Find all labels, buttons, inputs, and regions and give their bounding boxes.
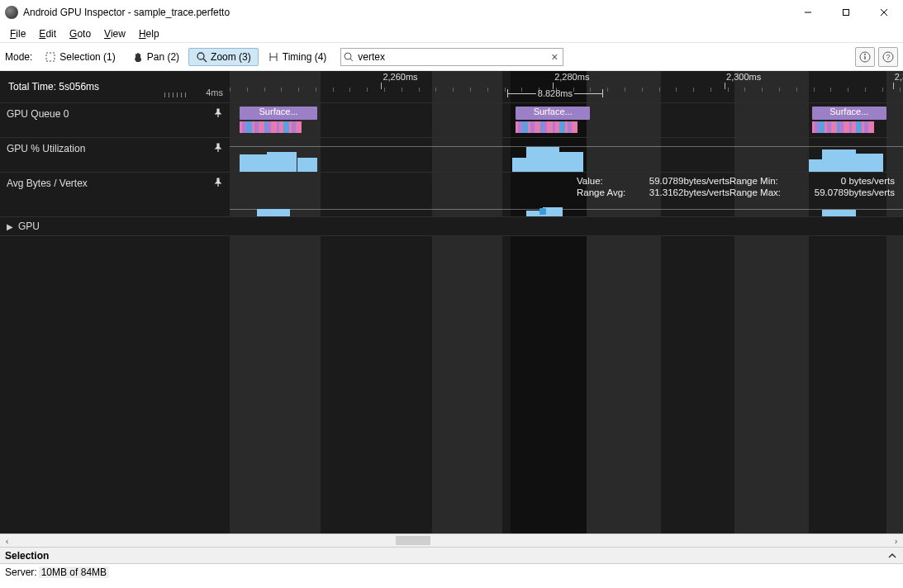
timeline-header: Total Time: 5s056ms 4ms 2,260ms2,280ms2,… bbox=[0, 71, 903, 102]
selection-panel-header[interactable]: Selection bbox=[0, 548, 903, 564]
status-bar: Server: 10MB of 84MB bbox=[0, 564, 903, 581]
mini-ruler: 4ms bbox=[164, 88, 223, 97]
selection-panel-title: Selection bbox=[5, 550, 49, 562]
svg-point-10 bbox=[345, 53, 351, 59]
svg-point-13 bbox=[864, 54, 866, 55]
avg-bytes-bar[interactable] bbox=[822, 210, 856, 216]
menu-edit[interactable]: Edit bbox=[32, 26, 63, 41]
util-bar[interactable] bbox=[267, 152, 297, 172]
menu-help[interactable]: Help bbox=[132, 26, 166, 41]
chevron-up-icon[interactable] bbox=[886, 550, 898, 562]
tooltip-value-label: Value: bbox=[577, 176, 634, 186]
caret-right-icon: ▶ bbox=[7, 222, 13, 231]
mode-zoom-label: Zoom (3) bbox=[211, 51, 251, 63]
surface-barcode[interactable] bbox=[812, 121, 886, 133]
svg-rect-4 bbox=[46, 53, 55, 61]
track-gpu-queue-lane[interactable]: Surface...Surface...Surface... bbox=[230, 103, 903, 137]
svg-rect-1 bbox=[844, 10, 849, 16]
util-bar[interactable] bbox=[559, 152, 583, 172]
menu-goto[interactable]: Goto bbox=[63, 26, 97, 41]
timeline-view[interactable]: Total Time: 5s056ms 4ms 2,260ms2,280ms2,… bbox=[0, 71, 903, 533]
tooltip-rangemax-label: Range Max: bbox=[730, 187, 796, 197]
mode-selection-label: Selection (1) bbox=[59, 51, 115, 63]
svg-rect-14 bbox=[864, 56, 865, 59]
surface-block[interactable]: Surface... bbox=[516, 107, 590, 120]
tooltip-value: 59.0789bytes/verts bbox=[634, 176, 730, 186]
svg-point-5 bbox=[197, 53, 204, 59]
menu-file[interactable]: File bbox=[3, 26, 32, 41]
toolbar: Mode: Selection (1) Pan (2) Zoom (3) Tim… bbox=[0, 43, 903, 71]
scroll-track[interactable] bbox=[14, 534, 889, 547]
mode-selection-button[interactable]: Selection (1) bbox=[37, 48, 122, 66]
minimize-button[interactable] bbox=[789, 0, 827, 25]
scroll-thumb[interactable] bbox=[396, 536, 430, 545]
hover-tooltip: Value: 59.0789bytes/verts Range Min: 0 b… bbox=[577, 176, 895, 197]
track-avg-bytes-label: Avg Bytes / Vertex bbox=[7, 178, 88, 189]
timing-icon bbox=[268, 51, 279, 63]
horizontal-scrollbar[interactable]: ‹ › bbox=[0, 533, 903, 548]
track-gpu-util-lane[interactable] bbox=[230, 138, 903, 172]
search-input[interactable] bbox=[354, 51, 548, 63]
util-bar[interactable] bbox=[809, 159, 822, 172]
mode-timing-label: Timing (4) bbox=[283, 51, 327, 63]
util-bar[interactable] bbox=[526, 147, 560, 172]
timescale[interactable]: 2,260ms2,280ms2,300ms2,328.828ms bbox=[230, 71, 903, 102]
window-controls bbox=[789, 0, 903, 25]
window-title: Android GPU Inspector - sample_trace.per… bbox=[23, 7, 230, 18]
track-group-gpu[interactable]: ▶ GPU bbox=[0, 216, 903, 236]
selection-icon bbox=[45, 51, 56, 63]
mode-pan-label: Pan (2) bbox=[147, 51, 179, 63]
mode-label: Mode: bbox=[5, 51, 32, 63]
surface-barcode[interactable] bbox=[240, 121, 317, 133]
total-time-label: Total Time: 5s056ms bbox=[8, 81, 99, 92]
scroll-left-button[interactable]: ‹ bbox=[0, 536, 14, 546]
track-group-gpu-label: GPU bbox=[18, 220, 40, 232]
util-bar[interactable] bbox=[856, 154, 883, 172]
scroll-right-button[interactable]: › bbox=[889, 536, 903, 546]
util-bar[interactable] bbox=[297, 158, 317, 172]
surface-block[interactable]: Surface... bbox=[812, 107, 886, 120]
util-bar[interactable] bbox=[512, 158, 525, 172]
track-gpu-queue: GPU Queue 0 Surface...Surface...Surface.… bbox=[0, 102, 903, 137]
help-button[interactable]: ? bbox=[878, 47, 898, 67]
range-indicator: 8.828ms bbox=[507, 88, 603, 98]
timeline-empty-area[interactable] bbox=[0, 236, 903, 533]
mode-pan-button[interactable]: Pan (2) bbox=[125, 48, 187, 66]
status-server-label: Server: bbox=[5, 567, 37, 578]
tooltip-rangemin: 0 bytes/verts bbox=[796, 176, 895, 186]
mode-zoom-button[interactable]: Zoom (3) bbox=[188, 48, 259, 66]
tooltip-rangemax: 59.0789bytes/verts bbox=[796, 187, 895, 197]
zoom-icon bbox=[196, 51, 207, 63]
hover-marker bbox=[539, 208, 546, 215]
clear-search-button[interactable]: × bbox=[548, 50, 561, 64]
svg-text:?: ? bbox=[886, 53, 890, 61]
tooltip-rangemin-label: Range Min: bbox=[730, 176, 796, 186]
pin-icon[interactable] bbox=[213, 143, 223, 153]
close-button[interactable] bbox=[865, 0, 903, 25]
track-gpu-queue-label: GPU Queue 0 bbox=[7, 108, 69, 120]
menubar: File Edit Goto View Help bbox=[0, 25, 903, 43]
maximize-button[interactable] bbox=[827, 0, 865, 25]
svg-line-11 bbox=[350, 59, 353, 61]
menu-view[interactable]: View bbox=[97, 26, 132, 41]
track-gpu-util-label: GPU % Utilization bbox=[7, 143, 85, 154]
util-bar[interactable] bbox=[822, 149, 856, 172]
mode-timing-button[interactable]: Timing (4) bbox=[260, 48, 335, 66]
avg-bytes-bar[interactable] bbox=[257, 209, 291, 217]
app-icon bbox=[5, 6, 18, 19]
pin-icon[interactable] bbox=[213, 108, 223, 118]
surface-barcode[interactable] bbox=[516, 121, 590, 133]
surface-block[interactable]: Surface... bbox=[240, 107, 317, 120]
hand-icon bbox=[132, 51, 144, 63]
search-box[interactable]: × bbox=[340, 48, 563, 66]
track-avg-bytes-lane[interactable]: Value: 59.0789bytes/verts Range Min: 0 b… bbox=[230, 173, 903, 216]
pin-icon[interactable] bbox=[213, 178, 223, 187]
tooltip-rangeavg-label: Range Avg: bbox=[577, 187, 634, 197]
info-button[interactable] bbox=[855, 47, 875, 67]
util-bar[interactable] bbox=[240, 154, 267, 172]
total-time-cell: Total Time: 5s056ms 4ms bbox=[0, 71, 230, 102]
menu-file-rest: ile bbox=[16, 28, 26, 40]
search-icon bbox=[343, 51, 354, 63]
mini-ruler-label: 4ms bbox=[206, 88, 223, 97]
tooltip-rangeavg: 31.3162bytes/verts bbox=[634, 187, 730, 197]
